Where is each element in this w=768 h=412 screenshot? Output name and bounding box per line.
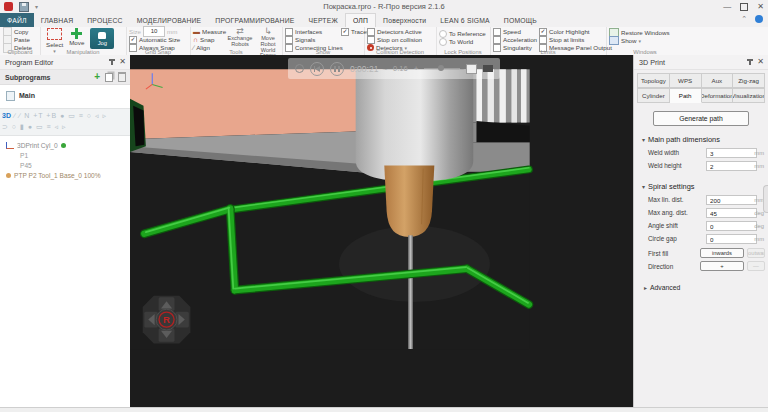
section-main-path[interactable]: ▾ Main path dimensions [642, 135, 768, 144]
max-lin-dist-input[interactable] [706, 195, 757, 205]
tab-path-active[interactable]: Path [670, 88, 702, 103]
jog-button[interactable]: Jog [90, 28, 114, 49]
show-windows-dropdown[interactable]: Show▾ [609, 37, 684, 44]
close-panel-icon[interactable]: ✕ [757, 58, 764, 66]
quick-access-caret-icon[interactable]: ▾ [35, 3, 38, 10]
circle-gap-input[interactable] [706, 234, 757, 244]
pause-button[interactable] [330, 62, 344, 76]
weld-height-input[interactable] [706, 161, 757, 171]
program-editor-panel: Program Editor ✕ Subprograms + Main 3D ∕… [0, 55, 131, 407]
tab-modeling[interactable]: МОДЕЛИРОВАНИЕ [130, 13, 209, 27]
app-logo-icon [4, 2, 13, 11]
skip-to-start-button[interactable] [310, 62, 324, 76]
tab-programming[interactable]: ПРОГРАММИРОВАНИЕ [208, 13, 301, 27]
interfaces-checkbox[interactable]: Interfaces [285, 28, 338, 35]
tab-visualization[interactable]: Visualization [733, 88, 765, 103]
to-reference-radio[interactable]: To Reference [439, 30, 490, 37]
screenshot-icon[interactable] [466, 64, 477, 74]
detectors-active-checkbox[interactable]: Detectors Active [367, 28, 436, 35]
print-3d-panel: 3D Print ✕ Topology WPS Aux Zig-zag Cyli… [633, 55, 768, 407]
collapse-ribbon-icon[interactable]: ⌃ [741, 15, 747, 23]
navigation-dpad: R [143, 296, 191, 344]
tab-glavnaya[interactable]: ГЛАВНАЯ [34, 13, 81, 27]
status-green-dot [61, 143, 66, 148]
tree-node-p1[interactable]: P1 [20, 150, 130, 160]
collapse-caret-icon: ▾ [642, 183, 645, 190]
weld-width-input[interactable] [706, 148, 757, 158]
speed-slider[interactable] [424, 68, 460, 69]
field-max-lin-dist: Max lin. dist. mm [648, 194, 764, 207]
tab-drawing[interactable]: ЧЕРТЕЖ [301, 13, 344, 27]
panel-collapse-handle[interactable] [763, 185, 768, 213]
tab-file[interactable]: ФАЙЛ [0, 13, 34, 27]
tree-node-p45[interactable]: P45 [20, 160, 130, 170]
close-button[interactable]: ✕ [757, 2, 764, 11]
first-fill-outwards-button[interactable]: outwards [747, 248, 765, 258]
simulation-playbar: 0:00:21 - 0.16 + [288, 58, 500, 79]
pin-icon[interactable] [749, 59, 751, 65]
save-icon[interactable] [19, 2, 29, 12]
group-collision: Detectors Active Stop on collision Detec… [364, 27, 437, 55]
advanced-expander[interactable]: ▸ Advanced [644, 284, 768, 291]
program-editor-header: Program Editor ✕ [0, 55, 130, 70]
viewport-3d[interactable]: R [130, 55, 633, 407]
acceleration-checkbox[interactable]: Acceleration [493, 36, 536, 43]
trash-icon[interactable] [118, 72, 126, 82]
tab-surfaces[interactable]: Поверхности [376, 13, 433, 27]
color-highlight-checkbox[interactable]: ✓Color Highlight [539, 28, 612, 35]
editor-toolbar: 3D ∕ ∕ N +T +B ● ▭ ≡ ○ ◃ ▹ ⊃ ○ ▮ ● ▭ ≡ ◃… [0, 108, 130, 136]
tab-lean6sigma[interactable]: LEAN 6 SIGMA [433, 13, 497, 27]
help-icon[interactable] [755, 15, 763, 23]
tab-help[interactable]: ПОМОЩЬ [497, 13, 544, 27]
tab-aux[interactable]: Aux [702, 73, 734, 88]
tab-deformation[interactable]: Deformation [702, 88, 734, 103]
speed-increase-button[interactable]: + [414, 64, 419, 73]
tab-olp-active[interactable]: ОЛП [345, 13, 376, 27]
stop-at-limits-checkbox[interactable]: Stop at limits [539, 36, 612, 43]
angle-shift-input[interactable] [706, 221, 757, 231]
tab-process[interactable]: ПРОЦЕСС [80, 13, 129, 27]
editor-tools-icon-strip-1[interactable]: ∕ ∕ N +T +B ● ▭ ≡ ○ ◃ ▹ [14, 112, 107, 120]
record-video-icon[interactable] [483, 65, 493, 72]
slider-knob[interactable] [438, 65, 444, 71]
signals-checkbox[interactable]: Signals [285, 36, 338, 43]
tab-wps[interactable]: WPS [670, 73, 702, 88]
close-panel-icon[interactable]: ✕ [119, 58, 126, 66]
subprogram-item-main[interactable]: Main [0, 89, 130, 102]
direction-plus-button[interactable]: + [700, 261, 744, 271]
viewport-scene: R [130, 55, 633, 407]
pin-icon[interactable] [111, 59, 113, 65]
show-windows-icon [609, 36, 619, 45]
tab-zigzag[interactable]: Zig-zag [733, 73, 765, 88]
duplicate-icon[interactable] [105, 73, 113, 82]
mode-3d-toggle[interactable]: 3D [2, 112, 11, 119]
speed-checkbox[interactable]: Speed [493, 28, 536, 35]
speed-decrease-button[interactable]: - [384, 64, 387, 73]
generate-path-button[interactable]: Generate path [653, 111, 749, 126]
first-fill-inwards-button[interactable]: inwards [700, 248, 744, 258]
select-marquee-icon [47, 28, 62, 40]
section-spiral[interactable]: ▾ Spiral settings [642, 182, 768, 191]
restore-windows-button[interactable]: Restore Windows [609, 29, 684, 36]
tree-node-3dprint[interactable]: 3DPrint Cyl_0 [6, 140, 130, 150]
program-editor-title: Program Editor [5, 58, 53, 67]
tab-cylinder[interactable]: Cylinder [637, 88, 670, 103]
add-subprogram-icon[interactable]: + [94, 72, 100, 82]
automatic-size-checkbox[interactable]: ✓Automatic Size [129, 36, 190, 43]
window-title: Покраска.rpro - R-Про версия 2.1.6 [0, 2, 768, 11]
playback-settings-icon[interactable] [295, 64, 304, 73]
snap-button[interactable]: ∩Snap [193, 36, 226, 43]
stop-on-collision-checkbox[interactable]: Stop on collision [367, 36, 436, 43]
ribbon-tab-row: ФАЙЛ ГЛАВНАЯ ПРОЦЕСС МОДЕЛИРОВАНИЕ ПРОГР… [0, 13, 768, 28]
maximize-button[interactable] [740, 3, 748, 11]
to-world-radio[interactable]: To World [439, 38, 490, 45]
group-windows: Restore Windows Show▾ Windows [606, 27, 684, 55]
minimize-button[interactable]: — [723, 2, 731, 11]
direction-minus-button[interactable]: — [747, 261, 765, 271]
tree-node-ptp[interactable]: PTP P2 Tool_1 Base_0 100% [6, 170, 130, 180]
max-ang-dist-input[interactable] [706, 208, 757, 218]
editor-tools-icon-strip-2[interactable]: ⊃ ○ ▮ ● ▭ ≡ ◃ ▹ [2, 123, 67, 131]
wire-rod [408, 235, 413, 349]
measure-button[interactable]: ▬Measure [193, 28, 226, 35]
tab-topology[interactable]: Topology [637, 73, 670, 88]
